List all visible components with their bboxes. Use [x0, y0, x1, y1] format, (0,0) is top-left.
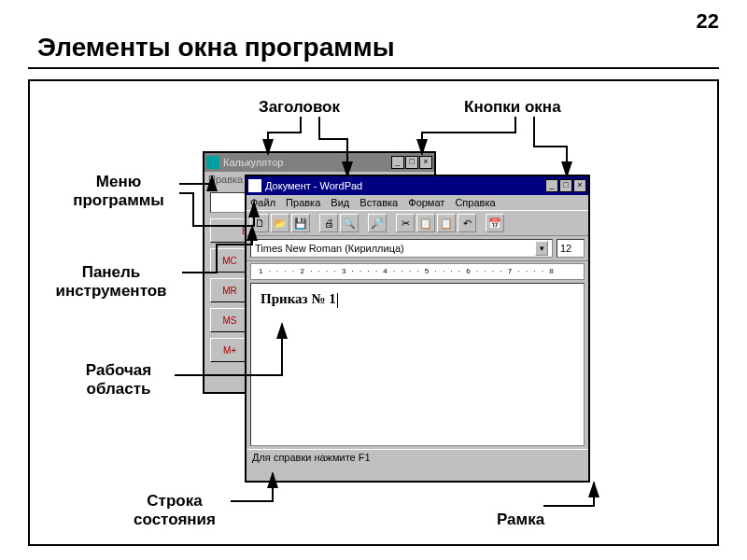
wp-maximize-button[interactable]: □ [559, 179, 572, 192]
ruler[interactable] [250, 263, 585, 280]
font-name: Times New Roman (Кириллица) [255, 243, 404, 254]
wp-menu-file[interactable]: Файл [250, 197, 275, 208]
label-menu: Меню программы [58, 173, 179, 209]
maximize-button[interactable]: □ [405, 156, 418, 169]
save-icon[interactable]: 💾 [291, 214, 310, 232]
minimize-button[interactable]: _ [391, 156, 404, 169]
wordpad-window: Документ - WordPad _ □ × Файл Правка Вид… [245, 175, 590, 483]
label-window-buttons: Кнопки окна [464, 98, 561, 117]
calc-mplus[interactable]: M+ [210, 338, 249, 362]
wp-menu-edit[interactable]: Правка [286, 197, 320, 208]
cut-icon[interactable]: ✂ [396, 214, 415, 232]
label-workarea: Рабочая область [63, 361, 175, 398]
label-frame: Рамка [497, 511, 544, 529]
editor-area[interactable]: Приказ № 1 [250, 283, 585, 446]
calc-ms[interactable]: MS [210, 308, 249, 332]
open-icon[interactable]: 📂 [271, 214, 289, 232]
wp-toolbar: 🗋 📂 💾 🖨 🔍 🔎 ✂ 📋 📋 ↶ 📅 [247, 210, 588, 236]
wp-close-button[interactable]: × [573, 179, 586, 192]
title-underline [28, 67, 719, 69]
font-select[interactable]: Times New Roman (Кириллица) ▾ [250, 239, 553, 258]
wp-minimize-button[interactable]: _ [545, 179, 558, 192]
text-cursor [337, 293, 338, 308]
font-size: 12 [560, 243, 571, 254]
calc-title: Калькулятор [223, 157, 391, 168]
page-title: Элементы окна программы [37, 33, 395, 63]
calc-mr[interactable]: MR [210, 278, 249, 302]
calc-titlebar[interactable]: Калькулятор _ □ × [204, 153, 434, 172]
new-icon[interactable]: 🗋 [250, 214, 269, 232]
undo-icon[interactable]: ↶ [458, 214, 476, 232]
wp-menu-insert[interactable]: Вставка [359, 197, 398, 208]
size-select[interactable]: 12 [557, 239, 585, 258]
diagram-frame: Заголовок Кнопки окна Меню программы Пан… [28, 79, 719, 546]
wp-menu-format[interactable]: Формат [408, 197, 444, 208]
wp-title: Документ - WordPad [265, 180, 545, 191]
calc-menu-edit[interactable]: Правка [208, 174, 243, 185]
wp-fontbar: Times New Roman (Кириллица) ▾ 12 [247, 236, 588, 261]
wp-menubar[interactable]: Файл Правка Вид Вставка Формат Справка [247, 195, 588, 210]
wp-statusbar: Для справки нажмите F1 [247, 449, 588, 468]
dropdown-icon[interactable]: ▾ [535, 241, 548, 256]
label-titlebar: Заголовок [259, 98, 340, 117]
wp-titlebar[interactable]: Документ - WordPad _ □ × [247, 176, 588, 195]
label-statusbar: Строка состояния [119, 492, 231, 528]
close-button[interactable]: × [419, 156, 432, 169]
document-text: Приказ № 1 [261, 291, 336, 306]
preview-icon[interactable]: 🔍 [340, 214, 359, 232]
copy-icon[interactable]: 📋 [416, 214, 435, 232]
label-toolbar: Панель инструментов [41, 263, 181, 300]
wp-menu-help[interactable]: Справка [455, 197, 495, 208]
calc-app-icon [206, 156, 219, 169]
date-icon[interactable]: 📅 [486, 214, 504, 232]
print-icon[interactable]: 🖨 [319, 214, 338, 232]
wp-app-icon [248, 179, 261, 192]
find-icon[interactable]: 🔎 [368, 214, 387, 232]
wp-menu-view[interactable]: Вид [331, 197, 349, 208]
calc-mc[interactable]: MC [210, 248, 249, 273]
page-number: 22 [697, 9, 719, 34]
paste-icon[interactable]: 📋 [437, 214, 456, 232]
